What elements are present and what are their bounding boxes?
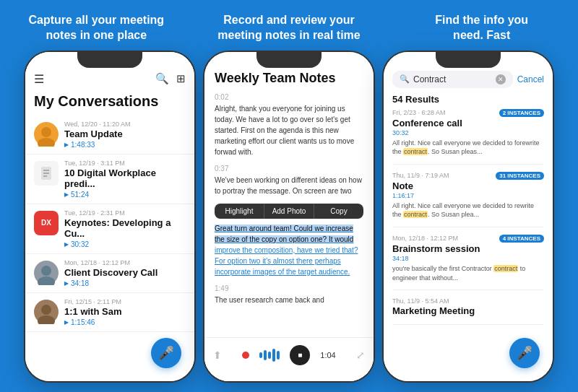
search-box[interactable]: 🔍 Contract ✕: [392, 71, 513, 88]
conv-title: Client Discovery Call: [64, 267, 186, 278]
share-icon[interactable]: ⬆: [213, 349, 222, 361]
list-item[interactable]: DX Tue, 12/19 · 2:31 PM Keynotes: Develo…: [25, 204, 194, 254]
result-date: Mon, 12/18 · 12:12 PM: [392, 235, 458, 242]
result-meta: Thu, 11/9 · 5:54 AM: [392, 297, 544, 305]
svg-point-0: [41, 127, 51, 137]
mic-button[interactable]: 🎤: [151, 338, 181, 368]
svg-point-1: [38, 138, 55, 147]
list-item[interactable]: Mon, 12/18 · 12:12 PM Client Discovery C…: [25, 254, 194, 293]
result-date: Thu, 11/9 · 7:19 AM: [392, 172, 449, 179]
result-title: Conference call: [392, 118, 544, 129]
header-3-line2: need. Fast: [453, 29, 510, 41]
search-clear-button[interactable]: ✕: [496, 74, 506, 84]
phone1-icon-group: 🔍 ⊞: [155, 72, 186, 85]
conv-date: Tue, 12/19 · 3:11 PM: [64, 160, 186, 167]
conv-date: Mon, 12/18 · 12:12 PM: [64, 259, 186, 266]
phone-2-content: Weekly Team Notes 0:02 Alright, thank yo…: [204, 52, 374, 381]
transcript-time: 0:37: [215, 165, 363, 173]
header-3: Find the info you need. Fast: [385, 13, 578, 43]
header-1-line1: Capture all your meeting: [29, 14, 165, 26]
phone-panels: ☰ 🔍 ⊞ My Conversations Wed, 12/20 · 11:2…: [0, 51, 578, 392]
list-item[interactable]: Fri, 12/15 · 2:11 PM 1:1 with Sam 1:15:4…: [25, 293, 194, 332]
result-item[interactable]: Thu, 11/9 · 7:19 AM 31 INSTANCES Note 1:…: [392, 172, 544, 227]
result-meta: Fri, 2/23 · 6:28 AM 2 INSTANCES: [392, 109, 544, 117]
phone3-body: 🔍 Contract ✕ Cancel 54 Results Fri, 2/23…: [384, 52, 553, 381]
player-time: 1:04: [320, 351, 335, 360]
transcript-text: Alright, thank you everyone for joining …: [215, 103, 363, 157]
header-2: Record and review your meeting notes in …: [193, 13, 386, 43]
highlight-word: contract: [493, 265, 518, 272]
copy-button[interactable]: Copy: [314, 204, 363, 219]
transcript-block-highlighted: Great turn around team! Could we increas…: [215, 223, 363, 277]
search-icon[interactable]: 🔍: [155, 72, 169, 85]
transcript-time: 0:02: [215, 93, 363, 101]
svg-point-6: [41, 266, 51, 276]
avatar: [34, 261, 59, 285]
conversations-title: My Conversations: [25, 90, 194, 116]
phone-1-content: ☰ 🔍 ⊞ My Conversations Wed, 12/20 · 11:2…: [25, 52, 194, 381]
add-photo-button[interactable]: Add Photo: [264, 204, 314, 219]
phone-3-content: 🔍 Contract ✕ Cancel 54 Results Fri, 2/23…: [384, 52, 553, 381]
mic-button[interactable]: 🎤: [509, 338, 540, 368]
transcript-block-3: 1:49 The user research came back and: [215, 284, 363, 305]
result-item[interactable]: Thu, 11/9 · 5:54 AM Marketing Meeting: [392, 297, 544, 325]
transcript-block-1: 0:02 Alright, thank you everyone for joi…: [215, 93, 363, 157]
result-date: Thu, 11/9 · 5:54 AM: [392, 297, 449, 305]
conv-title: Team Update: [64, 129, 186, 139]
svg-point-7: [38, 276, 55, 285]
conv-duration: 30:32: [64, 240, 186, 248]
conversation-body: Tue, 12/19 · 3:11 PM 10 Digital Workplac…: [64, 160, 186, 199]
conversation-body: Mon, 12/18 · 12:12 PM Client Discovery C…: [64, 259, 186, 287]
menu-icon[interactable]: ☰: [34, 72, 44, 86]
player-controls: ■ 1:04: [242, 345, 335, 365]
highlight-button[interactable]: Highlight: [215, 204, 264, 219]
stop-button[interactable]: ■: [290, 345, 310, 365]
conv-date: Wed, 12/20 · 11:20 AM: [64, 121, 186, 128]
svg-point-8: [41, 305, 51, 315]
result-badge: 2 INSTANCES: [499, 109, 544, 117]
conv-title: 10 Digital Workplace predi...: [64, 167, 186, 189]
header-1-line2: notes in one place: [46, 29, 147, 41]
wave-bar: [268, 352, 271, 359]
highlight-word: contract: [403, 211, 428, 218]
phone-2: Weekly Team Notes 0:02 Alright, thank yo…: [203, 51, 375, 383]
list-item[interactable]: Wed, 12/20 · 11:20 AM Team Update 1:48:3…: [25, 116, 194, 154]
cancel-button[interactable]: Cancel: [517, 74, 544, 84]
search-row: 🔍 Contract ✕ Cancel: [392, 71, 544, 88]
header-2-line2: meeting notes in real time: [217, 29, 360, 41]
header-3-line1: Find the info you: [435, 14, 528, 26]
header-2-line1: Record and review your: [223, 14, 354, 26]
search-icon: 🔍: [400, 74, 410, 84]
result-snippet: All right. Nice call everyone we decided…: [392, 139, 544, 157]
add-icon[interactable]: ⊞: [176, 72, 186, 85]
result-duration: 30:32: [392, 129, 544, 136]
result-snippet: you're basically the first Contractor co…: [392, 264, 544, 282]
conv-date: Tue, 12/19 · 2:31 PM: [64, 209, 186, 217]
selected-text: Great turn around team! Could we increas…: [215, 225, 353, 243]
phone2-title: Weekly Team Notes: [215, 71, 363, 86]
result-item[interactable]: Mon, 12/18 · 12:12 PM 4 INSTANCES Brains…: [392, 235, 544, 290]
top-headers: Capture all your meeting notes in one pl…: [0, 0, 578, 51]
transcript-time: 1:49: [215, 284, 363, 292]
result-item[interactable]: Fri, 2/23 · 6:28 AM 2 INSTANCES Conferen…: [392, 109, 544, 165]
blue-text: improve the composition, have we tried t…: [215, 246, 358, 276]
result-snippet: All right. Nice call everyone we decided…: [392, 201, 544, 219]
transcript-text: The user research came back and: [215, 295, 363, 305]
conversation-body: Tue, 12/19 · 2:31 PM Keynotes: Developin…: [64, 209, 186, 248]
transcript-block-2: 0:37 We've been working on different ide…: [215, 165, 363, 196]
player-top-row: ⬆ ■ 1:04 ⤢: [213, 345, 365, 365]
list-item[interactable]: Tue, 12/19 · 3:11 PM 10 Digital Workplac…: [25, 154, 194, 204]
doc-icon: [34, 161, 59, 186]
phone1-header: ☰ 🔍 ⊞: [25, 52, 194, 90]
result-title: Note: [392, 180, 544, 191]
highlight-toolbar: Highlight Add Photo Copy: [215, 204, 363, 219]
conv-title: Keynotes: Developing a Cu...: [64, 217, 186, 239]
phone-1: ☰ 🔍 ⊞ My Conversations Wed, 12/20 · 11:2…: [24, 51, 196, 383]
waveform: [259, 349, 280, 362]
result-date: Fri, 2/23 · 6:28 AM: [392, 109, 446, 116]
avatar: [34, 300, 59, 324]
wave-bar: [259, 352, 262, 358]
result-meta: Mon, 12/18 · 12:12 PM 4 INSTANCES: [392, 235, 544, 243]
conv-duration: 51:24: [64, 191, 186, 199]
expand-icon[interactable]: ⤢: [356, 349, 365, 361]
